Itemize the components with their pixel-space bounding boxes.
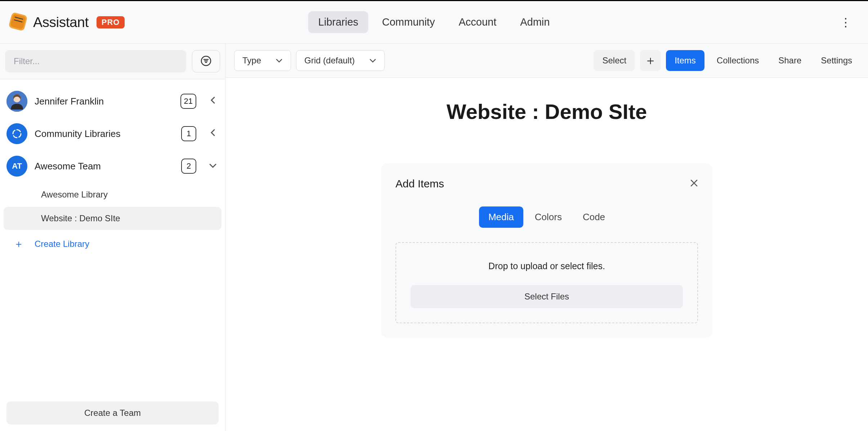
chevron-down-icon: [207, 161, 219, 171]
logo-area: Assistant PRO: [4, 11, 125, 34]
nav-account[interactable]: Account: [448, 11, 506, 33]
plus-icon: ＋: [644, 52, 657, 69]
sidebar-group-count: 1: [181, 126, 196, 141]
sidebar-group-count: 21: [180, 94, 196, 109]
view-label: Grid (default): [304, 55, 355, 66]
avatar-user-icon: [6, 91, 27, 112]
main-panel: Type Grid (default) Select ＋ Items Colle…: [225, 44, 868, 431]
tab-media[interactable]: Media: [479, 206, 523, 228]
share-link[interactable]: Share: [771, 55, 809, 66]
chevron-down-icon: [276, 55, 283, 66]
brand-name: Assistant: [33, 14, 89, 30]
sidebar-library-item[interactable]: Awesome Library: [4, 183, 222, 206]
sidebar: Jennifer Franklin 21 Community Libraries…: [0, 44, 225, 431]
select-button[interactable]: Select: [594, 50, 635, 71]
nav-libraries[interactable]: Libraries: [308, 11, 368, 33]
team-avatar-icon: AT: [6, 156, 27, 177]
settings-link[interactable]: Settings: [814, 55, 859, 66]
sidebar-group-team[interactable]: AT Awesome Team 2: [0, 150, 225, 182]
sidebar-library-item-active[interactable]: Website : Demo SIte: [4, 207, 222, 230]
sidebar-footer: Create a Team: [0, 395, 225, 431]
dropzone-text: Drop to upload or select files.: [411, 261, 683, 271]
add-button[interactable]: ＋: [640, 50, 661, 71]
add-card-header: Add Items: [395, 178, 698, 190]
filter-menu-button[interactable]: [192, 50, 220, 72]
pro-badge: PRO: [97, 16, 125, 28]
app-header: Assistant PRO Libraries Community Accoun…: [0, 1, 868, 44]
collections-link[interactable]: Collections: [710, 55, 766, 66]
sidebar-group-label: Awesome Team: [35, 161, 174, 172]
create-library-label: Create Library: [35, 239, 89, 249]
sidebar-group-user[interactable]: Jennifer Franklin 21: [0, 85, 225, 117]
nav-community[interactable]: Community: [372, 11, 445, 33]
tab-colors[interactable]: Colors: [525, 206, 571, 228]
create-team-button[interactable]: Create a Team: [6, 401, 219, 425]
sidebar-group-count: 2: [181, 159, 196, 174]
close-icon[interactable]: [690, 178, 698, 190]
sidebar-list: Jennifer Franklin 21 Community Libraries…: [0, 79, 225, 395]
community-icon: [6, 123, 27, 144]
add-card-title: Add Items: [395, 178, 444, 190]
create-library-link[interactable]: ＋ Create Library: [0, 231, 225, 257]
more-vertical-icon[interactable]: ⋮: [840, 16, 851, 29]
sidebar-group-community[interactable]: Community Libraries 1: [0, 117, 225, 150]
type-label: Type: [242, 55, 261, 66]
items-button[interactable]: Items: [666, 50, 704, 71]
add-type-tabs: Media Colors Code: [395, 206, 698, 228]
main-nav: Libraries Community Account Admin: [308, 11, 560, 33]
upload-dropzone[interactable]: Drop to upload or select files. Select F…: [395, 242, 698, 323]
filter-input[interactable]: [5, 50, 186, 72]
select-files-button[interactable]: Select Files: [411, 285, 683, 308]
tab-code[interactable]: Code: [573, 206, 614, 228]
nav-admin[interactable]: Admin: [510, 11, 560, 33]
filter-lines-icon: [201, 55, 211, 67]
app-logo-icon: [7, 11, 29, 34]
sidebar-group-label: Community Libraries: [35, 128, 174, 139]
header-actions: ⋮: [840, 15, 862, 29]
add-items-card: Add Items Media Colors Code Drop to uplo…: [381, 163, 712, 338]
type-dropdown[interactable]: Type: [234, 50, 291, 71]
page-title: Website : Demo SIte: [447, 99, 647, 124]
view-dropdown[interactable]: Grid (default): [296, 50, 385, 71]
sidebar-group-label: Jennifer Franklin: [35, 96, 173, 107]
chevron-left-icon: [207, 128, 219, 139]
main-toolbar: Type Grid (default) Select ＋ Items Colle…: [225, 44, 868, 78]
content-area: Website : Demo SIte Add Items Media Colo…: [225, 78, 868, 431]
sidebar-toolbar: [0, 44, 225, 79]
chevron-down-icon: [369, 55, 376, 66]
plus-icon: ＋: [14, 237, 24, 251]
chevron-left-icon: [207, 96, 219, 107]
